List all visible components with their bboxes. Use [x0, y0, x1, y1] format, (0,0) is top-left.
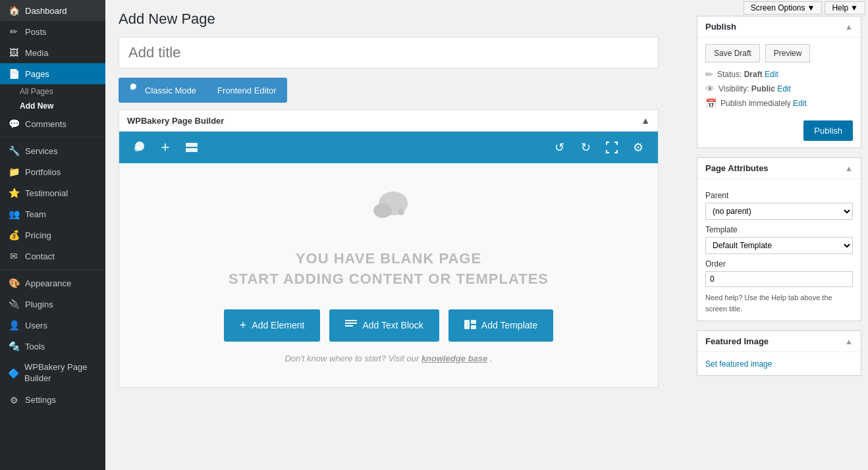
featured-image-toggle[interactable]: ▲	[845, 337, 853, 346]
publish-panel-body: Save Draft Preview ✏ Status: Draft Edit …	[697, 38, 861, 147]
publish-button[interactable]: Publish	[803, 120, 853, 141]
calendar-icon: 📅	[705, 98, 717, 109]
svg-rect-12	[464, 320, 470, 329]
svg-point-1	[130, 86, 134, 90]
parent-select[interactable]: (no parent)	[705, 203, 853, 220]
svg-rect-4	[186, 143, 198, 147]
add-row-button[interactable]	[180, 136, 203, 159]
help-text: Don't know where to start? Visit our kno…	[285, 353, 492, 363]
services-icon: 🔧	[8, 145, 20, 156]
builder-canvas: YOU HAVE BLANK PAGE START ADDING CONTENT…	[119, 163, 658, 387]
save-draft-button[interactable]: Save Draft	[705, 44, 760, 63]
sidebar-item-plugins[interactable]: 🔌 Plugins	[0, 294, 105, 315]
sidebar-item-services[interactable]: 🔧 Services	[0, 140, 105, 161]
svg-rect-10	[345, 323, 357, 324]
knowledge-base-link[interactable]: knowledge base	[421, 353, 487, 363]
page-attributes-header[interactable]: Page Attributes ▲	[697, 158, 861, 179]
action-buttons: + Add Element Add Text Block	[224, 309, 553, 342]
builder-title: WPBakery Page Builder	[127, 116, 224, 126]
appearance-icon: 🎨	[8, 278, 20, 288]
add-text-block-button[interactable]: Add Text Block	[329, 309, 439, 342]
svg-point-8	[398, 209, 404, 215]
builder-collapse-button[interactable]: ▲	[641, 115, 650, 126]
sidebar-item-posts[interactable]: ✏ Posts	[0, 21, 105, 42]
page-title-input[interactable]	[119, 37, 659, 68]
sidebar-item-testimonial[interactable]: ⭐ Testimonial	[0, 182, 105, 203]
settings-toolbar-button[interactable]: ⚙	[626, 136, 650, 159]
add-element-button[interactable]: + Add Element	[224, 309, 321, 342]
sidebar-item-comments[interactable]: 💬 Comments	[0, 113, 105, 134]
builder-header: WPBakery Page Builder ▲	[119, 110, 658, 132]
chevron-down-icon: ▼	[807, 3, 815, 13]
sidebar-item-media[interactable]: 🖼 Media	[0, 42, 105, 63]
blank-page-icon	[366, 187, 412, 236]
svg-rect-14	[471, 325, 476, 329]
screen-options-button[interactable]: Screen Options ▼	[744, 1, 823, 14]
sidebar-item-users[interactable]: 👤 Users	[0, 315, 105, 336]
publish-panel: Publish ▲ Save Draft Preview ✏ Status: D…	[697, 16, 861, 148]
wpbakery-builder: WPBakery Page Builder ▲ +	[119, 109, 659, 388]
page-attributes-panel: Page Attributes ▲ Parent (no parent) Tem…	[697, 157, 861, 321]
publish-panel-header[interactable]: Publish ▲	[697, 16, 861, 38]
featured-image-header[interactable]: Featured Image ▲	[697, 331, 861, 352]
sidebar-item-pricing[interactable]: 💰 Pricing	[0, 224, 105, 246]
publish-panel-toggle[interactable]: ▲	[845, 22, 853, 32]
fullscreen-button[interactable]	[600, 136, 624, 159]
sidebar-item-portfolios[interactable]: 📁 Portfolios	[0, 161, 105, 182]
publish-timing-row: 📅 Publish immediately Edit	[705, 98, 853, 109]
order-input[interactable]	[705, 271, 853, 287]
draft-preview-buttons: Save Draft Preview	[705, 44, 853, 63]
text-block-icon	[345, 320, 357, 331]
sidebar-divider-1	[0, 137, 105, 138]
dashboard-icon: 🏠	[8, 5, 20, 16]
builder-logo-button[interactable]	[127, 136, 151, 159]
builder-toolbar: + ↺ ↻ ⚙	[119, 132, 658, 163]
add-element-toolbar-button[interactable]: +	[153, 136, 177, 159]
undo-button[interactable]: ↺	[547, 136, 571, 159]
frontend-editor-button[interactable]: Frontend Editor	[207, 80, 287, 101]
posts-icon: ✏	[8, 26, 20, 37]
svg-rect-9	[345, 320, 357, 321]
visibility-edit-link[interactable]: Edit	[777, 84, 791, 93]
sidebar-sub-add-new[interactable]: Add New	[0, 99, 105, 113]
topbar: Screen Options ▼ Help ▼	[741, 0, 868, 16]
svg-rect-13	[471, 320, 476, 324]
contact-icon: ✉	[8, 251, 20, 261]
attributes-help-note: Need help? Use the Help tab above the sc…	[705, 292, 853, 314]
sidebar-item-contact[interactable]: ✉ Contact	[0, 246, 105, 267]
redo-button[interactable]: ↻	[574, 136, 597, 159]
featured-image-panel: Featured Image ▲ Set featured image	[697, 330, 861, 376]
template-select[interactable]: Default Template	[705, 237, 853, 254]
right-sidebar: Publish ▲ Save Draft Preview ✏ Status: D…	[697, 0, 868, 470]
publish-timing-edit-link[interactable]: Edit	[793, 99, 807, 108]
classic-mode-icon	[129, 83, 141, 97]
page-title: Add New Page	[119, 11, 672, 28]
page-attributes-toggle[interactable]: ▲	[845, 164, 853, 173]
status-row: ✏ Status: Draft Edit	[705, 69, 853, 80]
sidebar-item-team[interactable]: 👥 Team	[0, 203, 105, 224]
sidebar-sub-all-pages[interactable]: All Pages	[0, 84, 105, 99]
sidebar-item-dashboard[interactable]: 🏠 Dashboard	[0, 0, 105, 21]
eye-icon: 👁	[705, 84, 715, 94]
chevron-down-icon: ▼	[850, 3, 858, 13]
sidebar-item-settings[interactable]: ⚙ Settings	[0, 390, 105, 411]
set-featured-image-link[interactable]: Set featured image	[705, 359, 772, 369]
help-button[interactable]: Help ▼	[825, 1, 865, 14]
sidebar-item-tools[interactable]: 🔩 Tools	[0, 336, 105, 357]
plugins-icon: 🔌	[8, 299, 20, 309]
tools-icon: 🔩	[8, 341, 20, 352]
preview-button[interactable]: Preview	[765, 44, 811, 63]
plus-icon: +	[240, 319, 247, 332]
status-edit-link[interactable]: Edit	[765, 70, 778, 79]
page-attributes-body: Parent (no parent) Template Default Temp…	[697, 179, 861, 321]
users-icon: 👤	[8, 320, 20, 330]
classic-mode-button[interactable]: Classic Mode	[119, 78, 207, 103]
sidebar-item-pages[interactable]: 📄 Pages	[0, 63, 105, 84]
add-template-button[interactable]: Add Template	[448, 309, 553, 342]
template-icon	[464, 320, 476, 331]
sidebar-divider-2	[0, 269, 105, 270]
sidebar-item-wpbakery[interactable]: 🔷 WPBakery Page Builder	[0, 357, 105, 390]
pricing-icon: 💰	[8, 230, 20, 240]
sidebar-item-appearance[interactable]: 🎨 Appearance	[0, 273, 105, 294]
svg-rect-11	[345, 325, 353, 326]
